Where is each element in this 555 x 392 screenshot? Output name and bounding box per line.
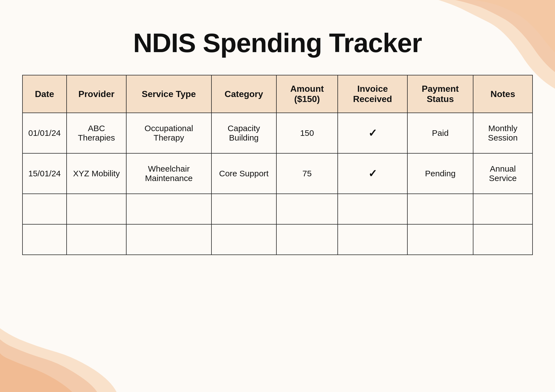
col-header-provider: Provider bbox=[67, 75, 126, 113]
page-title: NDIS Spending Tracker bbox=[0, 0, 555, 75]
cell-provider bbox=[67, 224, 126, 255]
cell-date: 01/01/24 bbox=[22, 113, 67, 153]
col-header-payment-status: Payment Status bbox=[407, 75, 473, 113]
cell-notes: Annual Service bbox=[473, 153, 533, 194]
table-row: 15/01/24XYZ MobilityWheelchair Maintenan… bbox=[22, 153, 533, 194]
cell-payment-status bbox=[407, 194, 473, 224]
table-row bbox=[22, 194, 533, 224]
cell-notes: Monthly Session bbox=[473, 113, 533, 153]
cell-service-type bbox=[126, 224, 211, 255]
cell-date bbox=[22, 194, 67, 224]
cell-provider: ABC Therapies bbox=[67, 113, 126, 153]
cell-amount: 150 bbox=[276, 113, 338, 153]
cell-service-type bbox=[126, 194, 211, 224]
cell-payment-status: Paid bbox=[407, 113, 473, 153]
cell-category: Core Support bbox=[211, 153, 276, 194]
cell-service-type: Wheelchair Maintenance bbox=[126, 153, 211, 194]
cell-amount: 75 bbox=[276, 153, 338, 194]
cell-category: Capacity Building bbox=[211, 113, 276, 153]
decorative-blob-bottom-left bbox=[0, 303, 117, 392]
cell-invoice-received bbox=[338, 194, 407, 224]
cell-notes bbox=[473, 224, 533, 255]
table-row: 01/01/24ABC TherapiesOccupational Therap… bbox=[22, 113, 533, 153]
spending-table-container: Date Provider Service Type Category Amou… bbox=[22, 75, 533, 255]
cell-amount bbox=[276, 224, 338, 255]
cell-date bbox=[22, 224, 67, 255]
cell-payment-status bbox=[407, 224, 473, 255]
cell-date: 15/01/24 bbox=[22, 153, 67, 194]
cell-category bbox=[211, 224, 276, 255]
cell-invoice-received bbox=[338, 224, 407, 255]
col-header-date: Date bbox=[22, 75, 67, 113]
col-header-invoice-received: Invoice Received bbox=[338, 75, 407, 113]
cell-provider bbox=[67, 194, 126, 224]
table-body: 01/01/24ABC TherapiesOccupational Therap… bbox=[22, 113, 533, 255]
cell-payment-status: Pending bbox=[407, 153, 473, 194]
col-header-amount: Amount ($150) bbox=[276, 75, 338, 113]
cell-category bbox=[211, 194, 276, 224]
spending-table: Date Provider Service Type Category Amou… bbox=[22, 75, 533, 255]
col-header-category: Category bbox=[211, 75, 276, 113]
cell-invoice-received: ✓ bbox=[338, 153, 407, 194]
table-row bbox=[22, 224, 533, 255]
col-header-notes: Notes bbox=[473, 75, 533, 113]
cell-provider: XYZ Mobility bbox=[67, 153, 126, 194]
cell-service-type: Occupational Therapy bbox=[126, 113, 211, 153]
table-header-row: Date Provider Service Type Category Amou… bbox=[22, 75, 533, 113]
cell-notes bbox=[473, 194, 533, 224]
col-header-service-type: Service Type bbox=[126, 75, 211, 113]
cell-amount bbox=[276, 194, 338, 224]
cell-invoice-received: ✓ bbox=[338, 113, 407, 153]
